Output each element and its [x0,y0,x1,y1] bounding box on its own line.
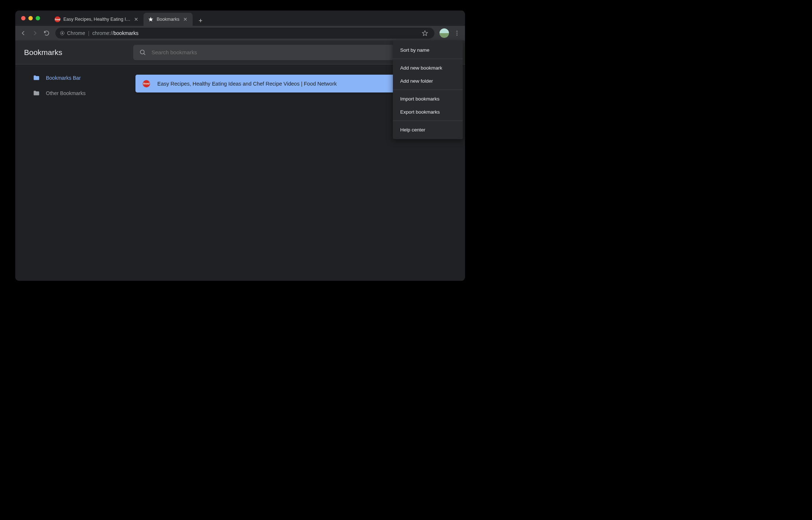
sidebar-item-label: Bookmarks Bar [46,75,81,81]
tabs: food Easy Recipes, Healthy Eating I… ✕ B… [50,11,206,26]
tab-1[interactable]: food Easy Recipes, Healthy Eating I… ✕ [50,13,143,26]
menu-export-bookmarks[interactable]: Export bookmarks [393,105,463,118]
menu-sort-by-name[interactable]: Sort by name [393,43,463,56]
site-chip: Chrome [60,30,85,36]
search-bookmarks[interactable] [133,45,395,60]
menu-add-folder[interactable]: Add new folder [393,74,463,87]
menu-add-bookmark[interactable]: Add new bookmark [393,61,463,74]
bookmarks-organize-menu: Sort by name Add new bookmark Add new fo… [393,40,463,139]
folder-icon [33,90,40,97]
bookmark-star-button[interactable] [420,28,430,38]
favicon-food-icon: food [143,80,150,87]
back-button[interactable] [18,28,28,38]
favicon-food-icon: food [55,16,60,22]
maximize-window-button[interactable] [36,16,40,20]
search-icon [139,49,146,56]
svg-point-5 [140,50,144,54]
tab-bar: food Easy Recipes, Healthy Eating I… ✕ B… [15,11,465,26]
address-bar[interactable]: Chrome | chrome://bookmarks [55,28,434,39]
address-url: chrome://bookmarks [92,30,138,36]
close-tab-button[interactable]: ✕ [182,16,188,22]
svg-point-4 [457,35,458,36]
menu-separator [393,121,463,121]
new-tab-button[interactable]: + [196,16,206,26]
search-input[interactable] [151,49,390,55]
sidebar: Bookmarks Bar Other Bookmarks [15,64,135,281]
menu-separator [393,90,463,90]
folder-icon [33,74,40,82]
menu-separator [393,59,463,59]
profile-avatar[interactable] [439,28,449,38]
forward-button[interactable] [30,28,40,38]
favicon-star-icon [148,16,154,22]
tab-title: Easy Recipes, Healthy Eating I… [63,17,130,22]
chrome-menu-button[interactable] [452,28,462,38]
bookmark-title: Easy Recipes, Healthy Eating Ideas and C… [157,81,337,87]
close-tab-button[interactable]: ✕ [133,16,139,22]
sidebar-item-bookmarks-bar[interactable]: Bookmarks Bar [15,70,135,86]
svg-point-3 [457,33,458,34]
close-window-button[interactable] [21,16,25,20]
toolbar: Chrome | chrome://bookmarks [15,26,465,40]
content: Bookmarks Bookmarks Bar Other Bookmarks [15,40,465,281]
tab-2[interactable]: Bookmarks ✕ [143,13,193,26]
chip-label: Chrome [67,30,85,36]
menu-help-center[interactable]: Help center [393,123,463,136]
menu-import-bookmarks[interactable]: Import bookmarks [393,92,463,105]
svg-point-1 [62,32,63,34]
reload-button[interactable] [42,28,52,38]
address-divider: | [88,30,90,36]
svg-point-2 [457,31,458,32]
browser-window: food Easy Recipes, Healthy Eating I… ✕ B… [15,11,465,281]
page-title: Bookmarks [24,48,133,57]
sidebar-item-other-bookmarks[interactable]: Other Bookmarks [15,86,135,101]
minimize-window-button[interactable] [28,16,33,20]
window-controls [18,16,43,20]
sidebar-item-label: Other Bookmarks [46,90,86,96]
tab-title: Bookmarks [157,17,180,22]
